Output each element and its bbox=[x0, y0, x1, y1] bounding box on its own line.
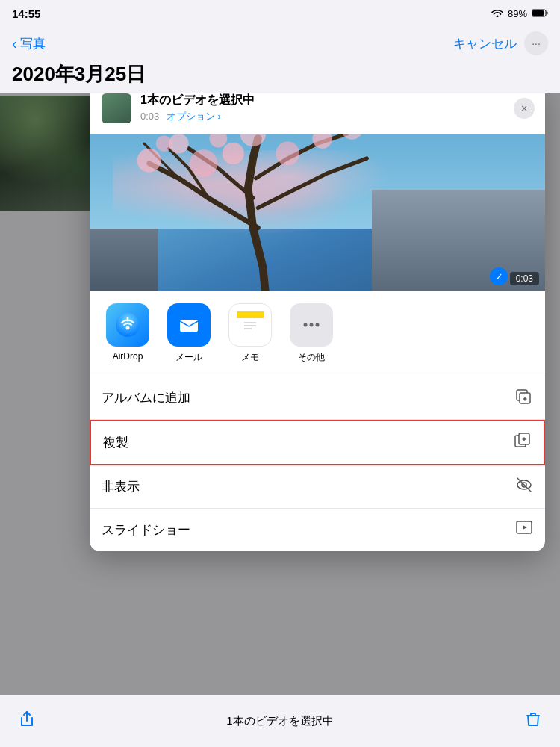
modal-title: 1本のビデオを選択中 bbox=[140, 93, 255, 108]
page-title-bar: 2020年3月25日 bbox=[0, 60, 560, 93]
modal-duration: 0:03 bbox=[140, 111, 159, 122]
more-icon-circle bbox=[290, 303, 333, 347]
status-right: 89% bbox=[491, 8, 548, 19]
status-bar: 14:55 89% bbox=[0, 0, 560, 27]
more-label: その他 bbox=[298, 351, 325, 364]
more-dots-icon: ··· bbox=[532, 37, 541, 49]
memo-share-item[interactable]: メモ bbox=[224, 303, 276, 364]
svg-rect-21 bbox=[237, 318, 264, 332]
video-checkmark: ✓ bbox=[490, 267, 508, 285]
slideshow-icon bbox=[515, 519, 533, 541]
modal-options-link[interactable]: オプション › bbox=[167, 111, 221, 122]
memo-icon bbox=[228, 303, 272, 347]
cancel-button[interactable]: キャンセル bbox=[453, 35, 517, 52]
check-icon: ✓ bbox=[495, 271, 503, 282]
video-duration-badge: 0:03 bbox=[510, 272, 539, 285]
bottom-toolbar: 1本のビデオを選択中 bbox=[0, 695, 560, 747]
airdrop-share-item[interactable]: AirDrop bbox=[102, 303, 154, 364]
svg-point-6 bbox=[223, 143, 244, 164]
copy-action[interactable]: 複製 bbox=[90, 420, 545, 465]
copy-label: 複製 bbox=[103, 434, 128, 451]
copy-icon bbox=[514, 432, 532, 453]
slideshow-action[interactable]: スライドショー bbox=[90, 509, 545, 551]
tree-branches-svg bbox=[90, 134, 545, 291]
back-button[interactable]: ‹ 写真 bbox=[12, 35, 46, 52]
svg-rect-1 bbox=[547, 11, 548, 14]
wifi-icon bbox=[491, 8, 503, 19]
svg-point-14 bbox=[126, 326, 130, 330]
svg-point-4 bbox=[169, 134, 189, 153]
hide-label: 非表示 bbox=[102, 478, 140, 495]
svg-point-12 bbox=[156, 136, 172, 152]
back-label: 写真 bbox=[20, 35, 46, 52]
svg-rect-2 bbox=[532, 10, 544, 16]
toolbar-center-label: 1本のビデオを選択中 bbox=[226, 714, 333, 728]
mail-label: メール bbox=[175, 351, 202, 364]
back-chevron-icon: ‹ bbox=[12, 35, 17, 52]
share-sheet: 1本のビデオを選択中 0:03 オプション › × bbox=[90, 82, 545, 551]
modal-subtitle: 0:03 オプション › bbox=[140, 110, 255, 123]
svg-point-8 bbox=[276, 142, 299, 166]
svg-point-29 bbox=[316, 323, 320, 327]
nav-right-controls: キャンセル ··· bbox=[453, 31, 548, 55]
share-button[interactable] bbox=[18, 710, 36, 733]
nav-bar: ‹ 写真 キャンセル ··· bbox=[0, 27, 560, 60]
action-list: アルバムに追加 複製 非表示 bbox=[90, 376, 545, 551]
modal-thumbnail bbox=[102, 93, 131, 123]
more-share-item[interactable]: その他 bbox=[285, 303, 337, 364]
svg-rect-16 bbox=[180, 320, 198, 332]
svg-point-10 bbox=[341, 134, 363, 140]
page-title: 2020年3月25日 bbox=[12, 61, 548, 87]
svg-marker-42 bbox=[523, 525, 527, 530]
slideshow-label: スライドショー bbox=[102, 521, 190, 539]
battery-icon bbox=[532, 8, 548, 19]
video-duration-text: 0:03 bbox=[516, 273, 533, 284]
battery-pct: 89% bbox=[508, 8, 527, 19]
modal-close-button[interactable]: × bbox=[514, 98, 535, 119]
add-album-icon bbox=[515, 387, 533, 409]
add-album-label: アルバムに追加 bbox=[102, 389, 190, 406]
airdrop-icon bbox=[106, 303, 149, 347]
svg-point-27 bbox=[304, 323, 308, 327]
svg-point-5 bbox=[190, 149, 217, 177]
more-button[interactable]: ··· bbox=[524, 31, 548, 55]
modal-header-text: 1本のビデオを選択中 0:03 オプション › bbox=[140, 93, 255, 123]
svg-point-7 bbox=[240, 134, 266, 146]
airdrop-label: AirDrop bbox=[113, 351, 143, 362]
svg-rect-20 bbox=[237, 332, 264, 338]
mail-share-item[interactable]: メール bbox=[163, 303, 215, 364]
add-album-action[interactable]: アルバムに追加 bbox=[90, 376, 545, 420]
hide-action[interactable]: 非表示 bbox=[90, 465, 545, 509]
share-icons-row: AirDrop メール bbox=[90, 291, 545, 376]
svg-point-11 bbox=[209, 134, 227, 147]
delete-button[interactable] bbox=[524, 710, 542, 733]
svg-point-3 bbox=[137, 149, 161, 173]
video-preview: ✓ 0:03 bbox=[90, 134, 545, 291]
mail-icon bbox=[167, 303, 211, 347]
svg-point-28 bbox=[310, 323, 314, 327]
status-time: 14:55 bbox=[12, 7, 40, 20]
svg-rect-25 bbox=[237, 311, 264, 318]
memo-label: メモ bbox=[241, 351, 259, 364]
hide-icon bbox=[515, 476, 533, 498]
